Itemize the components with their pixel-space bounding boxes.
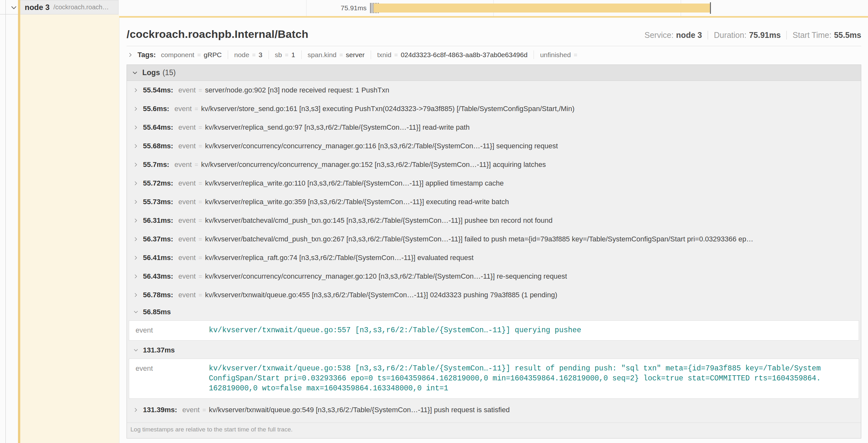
equals-glyph: = [198,180,202,187]
equals-glyph: = [198,87,202,94]
tag-separator [301,50,302,59]
header-underline [0,14,20,14]
chevron-right-icon [133,124,139,131]
log-message: kv/kvserver/replica_raft.go:74 [n3,s3,r6… [205,253,473,262]
log-entry-expanded-header[interactable]: 131.37ms [127,343,861,358]
log-entry-expanded-header[interactable]: 56.85ms [127,304,861,320]
log-timestamp: 55.6ms: [143,105,169,113]
equals-glyph: = [195,105,198,112]
log-timestamp: 55.72ms: [143,179,173,188]
log-timestamp: 55.64ms: [143,123,173,132]
log-timestamp: 55.54ms: [143,86,173,94]
log-message: server/node.go:902 [n3] node received re… [205,86,389,94]
tag-separator [371,50,371,59]
chevron-right-icon [133,217,139,224]
log-field-value: kv/kvserver/txnwait/queue.go:538 [n3,s3,… [209,364,821,394]
span-duration-label: 75.91ms [299,0,367,16]
equals-glyph: = [198,124,202,131]
equals-glyph: = [195,161,198,168]
span-name-bar[interactable]: node 3 /cockroach.roach… [20,0,119,14]
logs-section: Logs (15) 55.54ms: event = server/node.g… [127,65,861,439]
log-field-key: event [175,105,192,113]
tag-value: gRPC [204,51,222,59]
equals-glyph: = [198,273,202,280]
logs-title: Logs [142,68,160,77]
chevron-right-icon [133,236,139,242]
span-detail-panel: /cockroach.roachpb.Internal/Batch Servic… [119,18,868,443]
tag-item: component = gRPC [161,51,222,59]
log-entry-row[interactable]: 56.41ms: event = kv/kvserver/replica_raf… [127,248,861,267]
span-duration-bar[interactable] [374,3,711,12]
tag-value: server [346,51,365,59]
log-message: kv/kvserver/concurrency/concurrency_mana… [205,142,558,150]
log-message: kv/kvserver/txnwait/queue.go:549 [n3,s3,… [209,406,509,414]
log-field-key: event [178,291,196,299]
log-field-key: event [175,161,192,169]
equals-glyph: = [394,52,398,59]
log-fields-table: event kv/kvserver/txnwait/queue.go:557 [… [129,320,859,341]
log-entry-row[interactable]: 55.7ms: event = kv/kvserver/concurrency/… [127,156,861,174]
log-entry-row[interactable]: 56.31ms: event = kv/kvserver/batcheval/c… [127,211,861,230]
log-entry-row[interactable]: 55.54ms: event = server/node.go:902 [n3]… [127,81,861,100]
tag-item: node = 3 [234,51,262,59]
tag-item: txnid = 024d3323-6c8f-4863-aa8b-37ab0e63… [377,51,527,59]
log-message: kv/kvserver/replica_write.go:110 [n3,s3,… [205,179,504,188]
tag-separator [269,50,269,59]
log-message: kv/kvserver/txnwait/queue.go:455 [n3,s3,… [205,291,557,299]
span-timeline-row[interactable]: 75.91ms [119,0,868,16]
detail-panel-accent-border [119,16,868,18]
equals-glyph: = [340,52,343,59]
tag-key: component [161,51,194,59]
logs-accordion-header[interactable]: Logs (15) [127,65,861,81]
meta-separator [786,31,787,39]
log-timestamp: 56.31ms: [143,216,173,225]
chevron-right-icon [133,254,139,261]
start-time-value: 55.5ms [834,31,861,40]
span-detail-left-gutter [20,14,119,443]
log-entry-row[interactable]: 56.43ms: event = kv/kvserver/concurrency… [127,267,861,286]
log-entry-row[interactable]: 56.78ms: event = kv/kvserver/txnwait/que… [127,286,861,304]
tag-key: txnid [377,51,391,59]
tag-item: unfinished = [540,51,580,59]
log-entry-row[interactable]: 55.64ms: event = kv/kvserver/replica_sen… [127,118,861,137]
log-timestamp: 56.85ms [143,308,171,316]
log-message: kv/kvserver/replica_write.go:359 [n3,s3,… [205,198,509,206]
tags-accordion[interactable]: Tags: component = gRPC node = 3 sb = 1 s… [127,46,861,63]
equals-glyph: = [198,142,202,149]
chevron-right-icon [133,407,139,413]
log-timestamp: 56.43ms: [143,272,173,280]
log-fields-table: event kv/kvserver/txnwait/queue.go:538 [… [129,359,859,399]
span-operation-name: /cockroach.roach… [53,3,108,11]
log-field-key: event [178,235,196,243]
log-timestamp: 131.39ms: [143,406,177,414]
chevron-right-icon [133,87,139,94]
log-entry-row[interactable]: 56.37ms: event = kv/kvserver/batcheval/c… [127,230,861,248]
tag-key: node [234,51,249,59]
chevron-right-icon [133,273,139,280]
log-entry-row[interactable]: 55.72ms: event = kv/kvserver/replica_wri… [127,174,861,193]
log-entry-row[interactable]: 55.68ms: event = kv/kvserver/concurrency… [127,137,861,156]
chevron-right-icon [133,162,139,168]
span-meta: Service: node 3 Duration: 75.91ms Start … [644,31,861,40]
log-entry-row[interactable]: 55.6ms: event = kv/kvserver/store_send.g… [127,100,861,118]
log-timestamp: 55.68ms: [143,142,173,150]
chevron-right-icon [133,180,139,186]
log-message: kv/kvserver/replica_send.go:97 [n3,s3,r6… [205,123,470,132]
log-field-key: event [178,179,196,188]
chevron-down-icon [133,309,139,315]
log-field-key: event [178,272,196,280]
log-entry-row[interactable]: 55.73ms: event = kv/kvserver/replica_wri… [127,193,861,211]
log-message: kv/kvserver/batcheval/cmd_push_txn.go:14… [205,216,553,225]
tag-value: 024d3323-6c8f-4863-aa8b-37ab0e63496d [401,51,527,59]
logs-footnote: Log timestamps are relative to the start… [127,422,861,438]
equals-glyph: = [198,217,202,224]
trace-timeline-screen: node 3 /cockroach.roach… 75.91ms /cockro… [0,0,868,443]
equals-glyph: = [197,52,201,59]
log-timestamp: 56.41ms: [143,253,173,262]
collapse-children-chevron-down-icon[interactable] [10,3,18,12]
chevron-right-icon [133,106,139,112]
tag-key: unfinished [540,51,571,59]
log-entry-row[interactable]: 131.39ms: event = kv/kvserver/txnwait/qu… [127,401,861,419]
span-indent-color-stripe [18,0,20,443]
equals-glyph: = [285,52,288,59]
